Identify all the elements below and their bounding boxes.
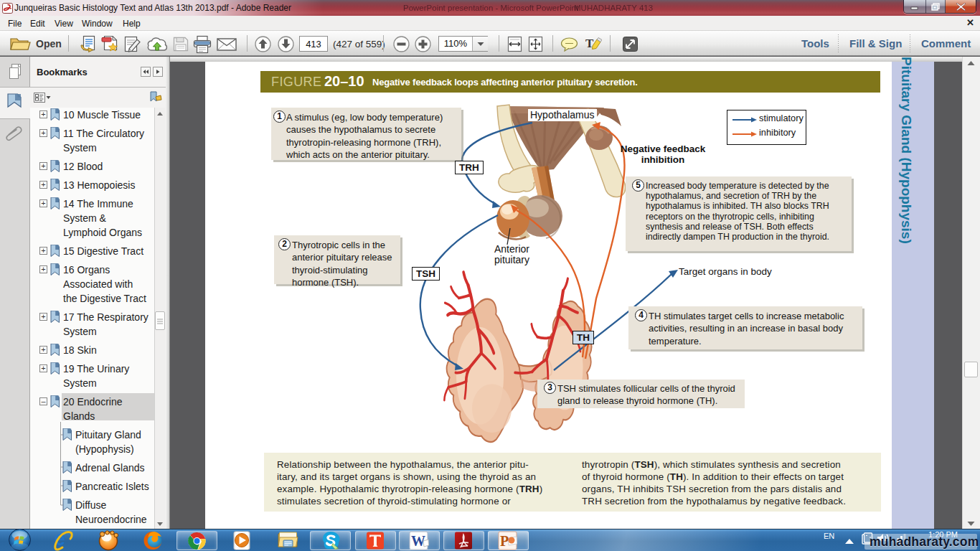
svg-text:W: W <box>411 533 425 549</box>
svg-text:P: P <box>500 533 509 549</box>
